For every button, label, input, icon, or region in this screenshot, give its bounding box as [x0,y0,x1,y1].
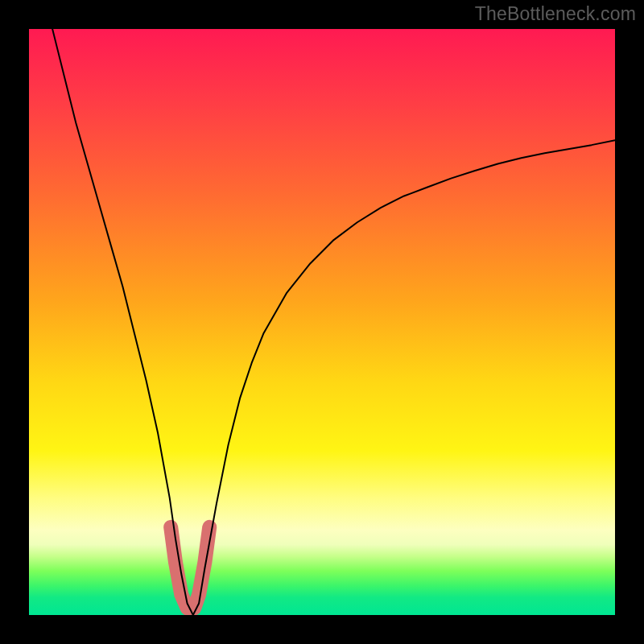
main-curve-series [52,29,615,615]
chart-plot-area [29,29,615,615]
watermark-text: TheBottleneck.com [475,3,636,25]
chart-svg [29,29,615,615]
highlight-u-series [171,527,209,610]
chart-frame: TheBottleneck.com [0,0,644,644]
